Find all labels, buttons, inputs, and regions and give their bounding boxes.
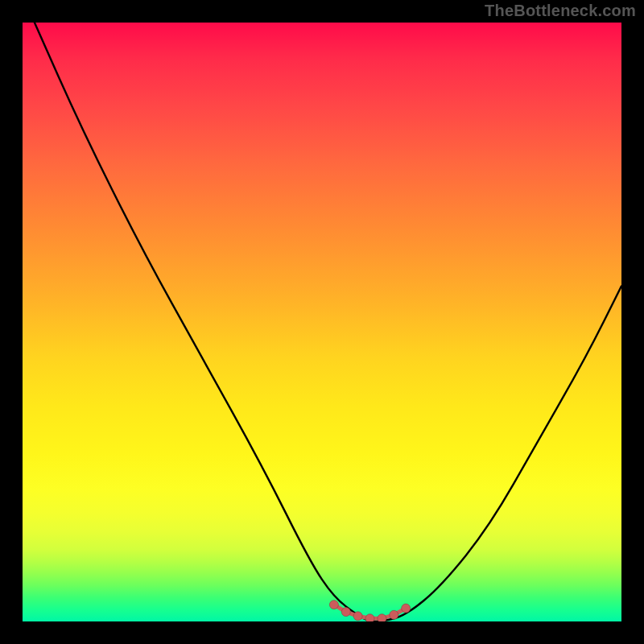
svg-point-0 [329,601,338,609]
svg-point-2 [353,612,362,621]
svg-point-6 [402,604,411,613]
svg-point-1 [341,608,350,617]
svg-point-5 [390,610,398,619]
watermark-text: TheBottleneck.com [485,2,636,20]
svg-point-4 [378,614,386,621]
curve-svg [23,23,621,621]
bottleneck-curve [35,23,621,621]
chart-frame: TheBottleneck.com [0,0,644,644]
svg-point-3 [365,614,374,621]
plot-area [23,23,621,621]
